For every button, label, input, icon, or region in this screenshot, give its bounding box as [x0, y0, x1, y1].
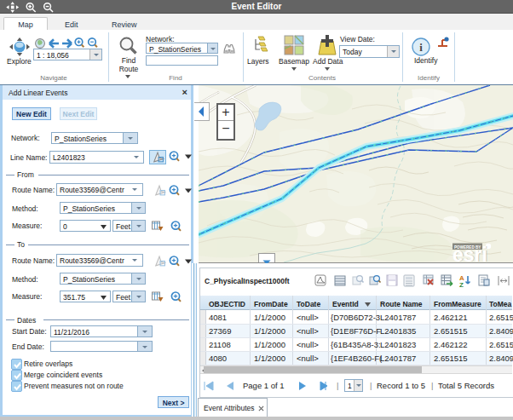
svg-text:Z: Z [459, 281, 464, 288]
svg-text:i: i [419, 41, 423, 54]
svg-text:esri: esri [452, 244, 487, 263]
